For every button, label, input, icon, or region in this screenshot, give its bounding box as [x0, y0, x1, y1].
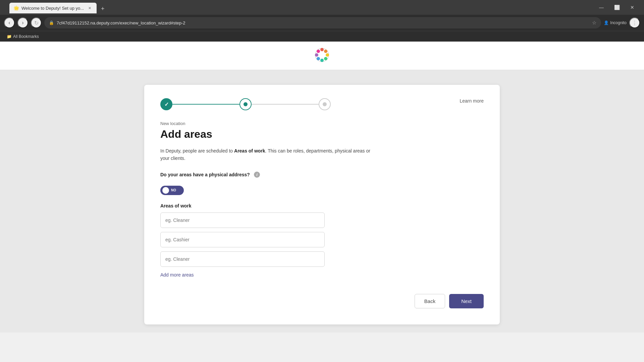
browser-window: 🌟 Welcome to Deputy! Set up yo... ✕ + — …: [0, 0, 644, 42]
learn-more-link[interactable]: Learn more: [460, 98, 484, 104]
restore-button[interactable]: ⬜: [609, 2, 625, 13]
svg-point-1: [320, 48, 324, 51]
step-1-check-icon: ✓: [164, 101, 169, 108]
address-bar-row: ‹ › ↻ 🔒 7cf47d19112152.na.deputy.com/exe…: [0, 15, 644, 31]
step-line-2: [252, 104, 319, 105]
toggle-thumb: [162, 187, 169, 194]
areas-of-work-label: Areas of work: [160, 203, 484, 208]
close-button[interactable]: ✕: [625, 2, 640, 13]
page-background: Learn more ✓ New location: [0, 42, 644, 333]
step-2-circle: [239, 98, 252, 110]
info-icon[interactable]: i: [254, 172, 260, 178]
tab-favicon-icon: 🌟: [13, 5, 19, 11]
svg-point-8: [317, 50, 320, 53]
new-tab-button[interactable]: +: [98, 4, 107, 13]
step-3-dot: [323, 102, 327, 106]
folder-icon: 📁: [7, 34, 12, 39]
profile-icon: 👤: [604, 20, 609, 25]
add-more-areas-link[interactable]: Add more areas: [160, 272, 194, 278]
svg-point-5: [320, 59, 324, 62]
refresh-button[interactable]: ↻: [31, 17, 42, 28]
svg-point-3: [326, 53, 329, 57]
address-bar[interactable]: 🔒 7cf47d19112152.na.deputy.com/exec/new_…: [44, 17, 601, 28]
back-button[interactable]: ‹: [4, 17, 15, 28]
description-plain-start: In Deputy, people are scheduled to: [160, 148, 234, 154]
svg-point-4: [324, 57, 327, 60]
svg-point-9: [320, 53, 324, 57]
svg-point-2: [324, 50, 327, 53]
description-text: In Deputy, people are scheduled to Areas…: [160, 147, 375, 162]
lock-icon: 🔒: [49, 20, 54, 25]
area-input-1[interactable]: [160, 213, 325, 228]
page-title: Add areas: [160, 128, 484, 140]
back-button[interactable]: Back: [415, 294, 445, 308]
bookmarks-folder-link[interactable]: 📁 All Bookmarks: [4, 34, 42, 40]
wizard-card: Learn more ✓ New location: [144, 85, 500, 324]
toggle-question-label: Do your areas have a physical address?: [160, 172, 250, 177]
tab-close-button[interactable]: ✕: [87, 5, 93, 11]
active-tab[interactable]: 🌟 Welcome to Deputy! Set up yo... ✕: [9, 3, 97, 13]
deputy-logo: [314, 47, 330, 63]
section-label: New location: [160, 121, 484, 126]
bookmark-star-icon[interactable]: ☆: [592, 20, 596, 26]
bookmarks-bar: 📁 All Bookmarks: [0, 31, 644, 42]
url-text: 7cf47d19112152.na.deputy.com/exec/new_lo…: [57, 20, 589, 25]
minimize-button[interactable]: —: [594, 2, 609, 13]
forward-button[interactable]: ›: [17, 17, 28, 28]
description-bold: Areas of work: [234, 148, 265, 154]
step-2-dot: [244, 102, 248, 106]
extensions-button[interactable]: ⋮: [629, 17, 640, 28]
step-line-1: [172, 104, 239, 105]
stepper: ✓: [160, 98, 484, 110]
step-3-circle: [319, 98, 331, 110]
step-1-circle: ✓: [160, 98, 172, 110]
physical-address-row: Do your areas have a physical address? i: [160, 172, 484, 178]
area-input-3[interactable]: [160, 251, 325, 267]
svg-point-6: [317, 57, 320, 60]
next-button[interactable]: Next: [449, 294, 484, 308]
tab-title: Welcome to Deputy! Set up yo...: [21, 6, 84, 11]
wizard-footer: Back Next: [160, 294, 484, 308]
area-input-2[interactable]: [160, 232, 325, 247]
svg-point-7: [315, 53, 318, 57]
physical-address-toggle[interactable]: NO: [160, 186, 184, 195]
logo-header: [0, 42, 644, 70]
browser-titlebar: 🌟 Welcome to Deputy! Set up yo... ✕ + — …: [0, 0, 644, 15]
toggle-state-label: NO: [171, 188, 176, 192]
incognito-badge: 👤 Incognito: [604, 20, 627, 25]
